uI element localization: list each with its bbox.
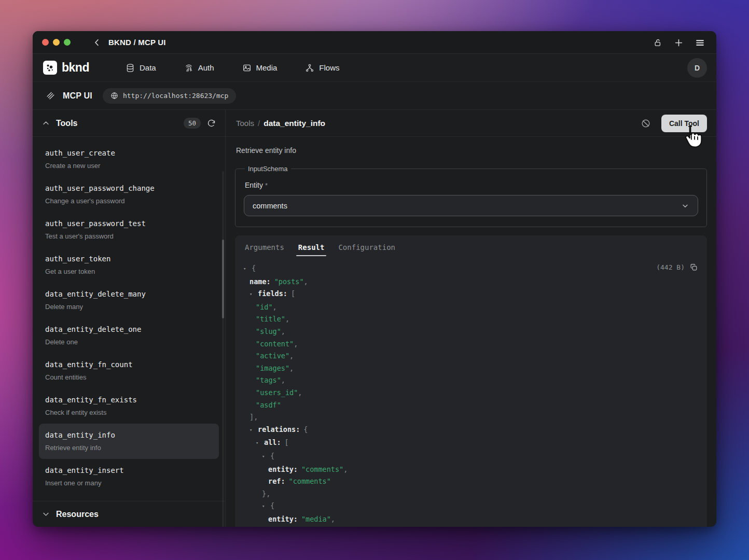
mcp-icon [46,91,56,101]
json-punct: , [285,315,289,323]
json-string: "comments" [301,465,343,473]
tool-name: auth_user_password_test [45,218,213,229]
json-line: ], [243,411,698,424]
json-line: entity:"media", [243,513,698,526]
nav-item-flows[interactable]: Flows [305,63,339,73]
entity-field-label: Entity* [245,181,698,189]
nav-item-media[interactable]: Media [242,63,278,73]
new-tab-icon[interactable] [674,38,684,48]
expand-triangle-icon[interactable]: ▾ [249,288,255,301]
sidebar-tool-item-data_entity_delete_one[interactable]: data_entity_delete_oneDelete one [39,318,219,353]
minimize-window-button[interactable] [53,39,60,46]
tool-detail: Retrieve entity info InputSchema Entity*… [226,137,716,527]
json-string: "asdf" [256,401,281,409]
sidebar-tool-item-data_entity_fn_exists[interactable]: data_entity_fn_existsCheck if entity exi… [39,388,219,424]
tab-arguments[interactable]: Arguments [245,243,284,256]
json-punct: { [252,264,256,272]
menu-icon[interactable] [695,38,705,48]
json-key: name: [249,277,271,286]
sidebar-tool-item-data_entity_fn_count[interactable]: data_entity_fn_countCount entities [39,353,219,388]
tab-configuration[interactable]: Configuration [338,243,395,256]
nav-item-auth[interactable]: Auth [184,63,214,73]
expand-triangle-icon[interactable]: ▾ [243,263,249,275]
server-url: http://localhost:28623/mcp [123,92,229,100]
back-button[interactable] [92,38,102,47]
tools-section-header[interactable]: Tools 50 [33,110,225,137]
tool-description: Count entities [45,373,213,382]
expand-triangle-icon[interactable]: ▾ [249,424,255,437]
refresh-icon[interactable] [207,119,216,128]
tool-description: Create a new user [45,161,213,171]
json-punct: { [270,501,274,510]
json-line: "asdf" [243,399,698,412]
tool-description: Delete many [45,302,213,312]
json-punct: , [281,327,285,335]
flow-icon [305,63,314,73]
json-line: "title", [243,313,698,326]
json-string: "content" [256,340,294,348]
tool-description: Delete one [45,338,213,347]
json-line: ▾relations:{ [243,424,698,437]
lock-open-icon[interactable] [654,38,662,47]
expand-triangle-icon[interactable]: ▾ [256,437,261,450]
user-avatar[interactable]: D [687,58,707,78]
tools-sidebar: Tools 50 auth_user_createCreate a new us… [33,110,226,527]
sidebar-tool-item-auth_user_token[interactable]: auth_user_tokenGet a user token [39,247,219,283]
nav-label: Data [140,63,156,72]
json-punct: , [343,465,348,473]
expand-triangle-icon[interactable]: ▾ [262,500,268,513]
sidebar-tool-item-auth_user_create[interactable]: auth_user_createCreate a new user [39,142,219,177]
tab-result[interactable]: Result [298,243,325,256]
sidebar-tool-item-data_entity_info[interactable]: data_entity_infoRetrieve entity info [39,424,219,459]
slash-circle-icon[interactable] [641,118,651,129]
chevron-down-icon [681,202,689,210]
chevron-up-icon [42,119,50,127]
breadcrumb-separator: / [258,119,260,128]
nav-label: Flows [319,63,339,72]
server-url-badge[interactable]: http://localhost:28623/mcp [103,88,237,104]
json-key: entity: [268,465,298,473]
zoom-window-button[interactable] [64,39,71,46]
breadcrumb-section[interactable]: Tools [236,119,254,128]
json-string: "id" [256,303,273,311]
json-string: "media" [301,515,331,523]
brand-logo[interactable]: bknd [43,61,89,75]
mcp-subheader: MCP UI http://localhost:28623/mcp [33,82,716,110]
json-line: ▾{ [243,500,698,513]
json-string: "comments" [289,477,331,485]
json-line: "tags", [243,374,698,387]
sidebar-scrollbar-track[interactable] [222,171,224,527]
json-punct: , [281,376,285,384]
brand-name: bknd [62,61,89,75]
traffic-lights [42,39,71,46]
tool-description: Get a user token [45,267,213,276]
entity-select[interactable]: comments [244,195,698,216]
json-punct: ], [249,413,258,421]
sidebar-tool-item-auth_user_password_test[interactable]: auth_user_password_testTest a user's pas… [39,212,219,247]
close-window-button[interactable] [42,39,49,46]
nav-items: Data Auth Media Flows [126,63,340,73]
json-string: "active" [256,352,289,360]
json-line: entity:"comments", [243,464,698,476]
call-tool-button[interactable]: Call Tool [661,115,707,132]
resources-section-header[interactable]: Resources [33,501,225,527]
json-line: "id", [243,301,698,314]
nav-item-data[interactable]: Data [126,63,156,73]
result-size-badge: (442 B) [656,263,685,271]
json-string: "tags" [256,376,281,384]
json-string: "posts" [274,277,304,286]
tool-name: auth_user_create [45,148,213,158]
expand-triangle-icon[interactable]: ▾ [262,451,268,463]
copy-icon[interactable] [690,263,698,271]
sidebar-tool-item-data_entity_delete_many[interactable]: data_entity_delete_manyDelete many [39,283,219,318]
sidebar-tool-item-auth_user_password_change[interactable]: auth_user_password_changeChange a user's… [39,177,219,212]
tool-name: data_entity_delete_many [45,289,213,299]
tools-list: auth_user_createCreate a new userauth_us… [33,137,225,501]
json-string: "users_id" [256,388,298,397]
json-string: "images" [256,364,289,372]
sidebar-scrollbar-thumb[interactable] [222,240,224,318]
sidebar-tool-item-data_entity_insert[interactable]: data_entity_insertInsert one or many [39,459,219,494]
json-line: "active", [243,350,698,362]
app-nav: bknd Data Auth Media Flows D [33,54,716,82]
json-line: "users_id", [243,387,698,399]
